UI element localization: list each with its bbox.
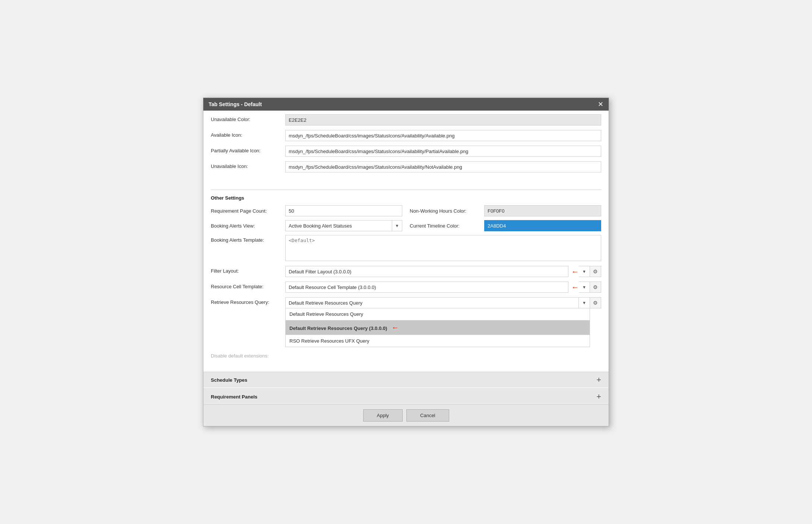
resource-cell-gear-button[interactable]: ⚙ — [590, 282, 601, 293]
page-count-col: Requirement Page Count: — [211, 205, 402, 216]
non-working-color-input-wrap — [484, 205, 601, 216]
dialog-body: Unavailable Color: Available Icon: Parti… — [203, 111, 609, 404]
unavailable-color-label: Unavailable Color: — [211, 114, 285, 122]
filter-layout-input[interactable] — [285, 266, 568, 277]
retrieve-resources-gear-button[interactable]: ⚙ — [590, 297, 601, 308]
unavailable-color-value — [285, 114, 601, 126]
booking-alerts-template-row: Booking Alerts Template: — [211, 235, 601, 262]
other-settings-title: Other Settings — [211, 195, 601, 201]
unavailable-icon-label: Unavailable Icon: — [211, 161, 285, 169]
unavailable-color-row: Unavailable Color: — [211, 114, 601, 126]
resource-cell-template-value: ← ▼ ⚙ — [285, 282, 601, 293]
booking-alerts-view-col: Booking Alerts View: ▼ — [211, 220, 402, 231]
current-timeline-color-input[interactable] — [484, 220, 601, 231]
close-button[interactable]: ✕ — [598, 101, 603, 108]
filter-layout-value: ← ▼ ⚙ — [285, 266, 601, 277]
dropdown-selected-arrow-indicator: ← — [391, 323, 399, 332]
booking-alerts-view-label: Booking Alerts View: — [211, 223, 285, 229]
page-count-label: Requirement Page Count: — [211, 208, 285, 214]
available-icon-input[interactable] — [285, 130, 601, 141]
dropdown-item-default[interactable]: Default Retrieve Resources Query — [286, 308, 590, 320]
filter-layout-dropdown-row: ← ▼ ⚙ — [285, 266, 601, 277]
schedule-types-plus-button[interactable]: + — [596, 376, 601, 384]
partially-available-icon-input[interactable] — [285, 146, 601, 157]
unavailable-icon-input[interactable] — [285, 161, 601, 172]
partially-available-icon-row: Partially Available Icon: — [211, 146, 601, 158]
other-settings-section: Other Settings Requirement Page Count: N… — [203, 182, 609, 372]
non-working-color-col: Non-Working Hours Color: — [410, 205, 601, 216]
retrieve-resources-dropdown-list: Default Retrieve Resources Query Default… — [285, 308, 590, 347]
retrieve-resources-dropdown-row: ▼ ⚙ — [285, 297, 601, 308]
resource-cell-arrow-indicator: ← — [571, 283, 579, 292]
dialog-footer: Apply Cancel — [203, 404, 609, 426]
requirement-panels-plus-button[interactable]: + — [596, 393, 601, 401]
available-icon-row: Available Icon: — [211, 130, 601, 142]
current-timeline-color-input-wrap — [484, 220, 601, 231]
booking-alerts-dropdown-row: ▼ — [285, 220, 402, 231]
dropdown-item-rso[interactable]: RSO Retrieve Resources UFX Query — [286, 335, 590, 347]
requirement-panels-title: Requirement Panels — [211, 394, 257, 400]
booking-alerts-template-value — [285, 235, 601, 262]
dialog-title: Tab Settings - Default — [209, 101, 262, 107]
resource-cell-dropdown-arrow[interactable]: ▼ — [579, 282, 590, 293]
dropdown-item-3000[interactable]: Default Retrieve Resources Query (3.0.0.… — [286, 320, 590, 335]
disable-default-extensions-label: Disable default extensions: — [211, 351, 285, 359]
resource-cell-template-input[interactable] — [285, 282, 568, 293]
page-count-input-wrap — [285, 205, 402, 216]
page-count-color-row: Requirement Page Count: Non-Working Hour… — [211, 205, 601, 216]
apply-button[interactable]: Apply — [363, 409, 403, 422]
unavailable-icon-value2 — [285, 161, 601, 172]
booking-alerts-view-input-wrap: ▼ — [285, 220, 402, 231]
filter-layout-gear-button[interactable]: ⚙ — [590, 266, 601, 277]
partially-available-icon-value — [285, 146, 601, 157]
cancel-button[interactable]: Cancel — [406, 409, 449, 422]
unavailable-icon-row: Unavailable Icon: — [211, 161, 601, 173]
resource-cell-template-label: Resource Cell Template: — [211, 282, 285, 289]
available-icon-label: Available Icon: — [211, 130, 285, 138]
non-working-color-input[interactable] — [484, 205, 601, 216]
retrieve-resources-query-label: Retrieve Resources Query: — [211, 297, 285, 305]
disable-default-extensions-row: Disable default extensions: — [211, 351, 601, 363]
current-timeline-color-label: Current Timeline Color: — [410, 223, 484, 229]
booking-alerts-dropdown-arrow[interactable]: ▼ — [392, 220, 402, 231]
available-icon-value — [285, 130, 601, 141]
filter-layout-arrow-indicator: ← — [571, 267, 579, 276]
partially-available-icon-label: Partially Available Icon: — [211, 146, 285, 153]
schedule-types-section[interactable]: Schedule Types + — [203, 372, 609, 388]
requirement-panels-section[interactable]: Requirement Panels + — [203, 388, 609, 404]
resource-cell-template-row: Resource Cell Template: ← ▼ ⚙ — [211, 282, 601, 293]
booking-alerts-view-input[interactable] — [285, 220, 392, 231]
filter-layout-dropdown-arrow[interactable]: ▼ — [579, 266, 590, 277]
dialog-title-bar: Tab Settings - Default ✕ — [203, 98, 609, 111]
page-count-input[interactable] — [285, 205, 402, 216]
resource-cell-dropdown-row: ← ▼ ⚙ — [285, 282, 601, 293]
tab-settings-dialog: Tab Settings - Default ✕ Unavailable Col… — [203, 98, 609, 426]
schedule-types-title: Schedule Types — [211, 377, 247, 383]
section-divider — [211, 190, 601, 190]
booking-alerts-timeline-row: Booking Alerts View: ▼ Current Timeline … — [211, 220, 601, 231]
top-fields-section: Unavailable Color: Available Icon: Parti… — [203, 111, 609, 182]
booking-alerts-template-textarea[interactable] — [285, 235, 601, 261]
retrieve-resources-query-row: Retrieve Resources Query: ▼ ⚙ Default Re… — [211, 297, 601, 347]
filter-layout-label: Filter Layout: — [211, 266, 285, 274]
retrieve-resources-dropdown-arrow[interactable]: ▼ — [579, 297, 590, 308]
unavailable-color-input[interactable] — [285, 114, 601, 126]
current-timeline-color-col: Current Timeline Color: — [410, 220, 601, 231]
retrieve-resources-query-input[interactable] — [285, 297, 579, 308]
booking-alerts-template-label: Booking Alerts Template: — [211, 235, 285, 243]
retrieve-resources-query-value: ▼ ⚙ Default Retrieve Resources Query Def… — [285, 297, 601, 347]
filter-layout-row: Filter Layout: ← ▼ ⚙ — [211, 266, 601, 278]
non-working-color-label: Non-Working Hours Color: — [410, 208, 484, 214]
